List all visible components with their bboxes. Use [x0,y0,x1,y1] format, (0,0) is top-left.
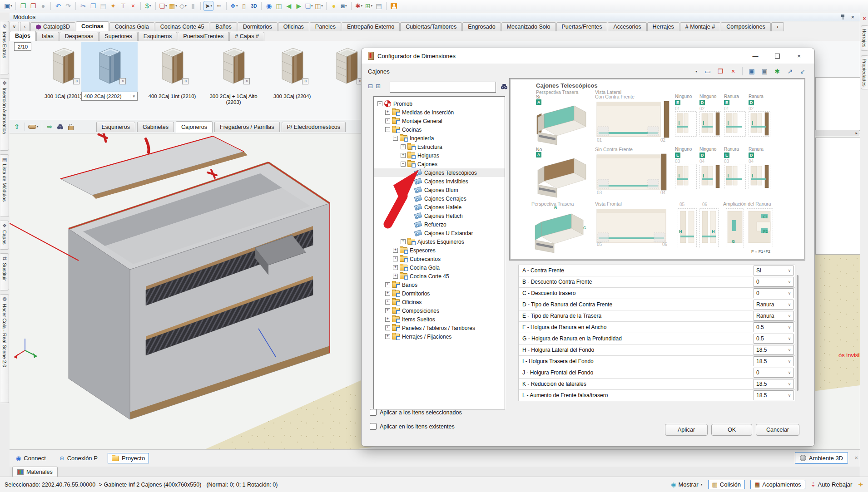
tree-item-16[interactable]: +Ajustes Esquineros [374,237,505,246]
tree-item-22[interactable]: +Dormitorios [374,289,505,298]
tree-item-4[interactable]: −Ingeniería [374,134,505,143]
tree-item-2[interactable]: +Montaje General [374,117,505,125]
tab-catalog-14[interactable]: Herrajes [647,22,680,31]
tree-expander[interactable]: − [385,127,390,132]
tab-insert-4[interactable]: P/ Electrodomésticos [282,122,346,132]
search-icon[interactable] [501,84,508,90]
tree-expander[interactable]: + [393,274,398,279]
rename-config-icon[interactable]: ▭ [702,66,713,76]
tab-category-6[interactable]: # Cajas # [229,32,264,41]
panel-plan-icon[interactable]: ⊞▾ [364,1,373,10]
export-config-up-icon[interactable]: ↗ [784,66,795,76]
variants-badge[interactable]: » [243,78,250,84]
panel-layout-icon[interactable]: ❏▾ [159,1,168,10]
tree-item-7[interactable]: −Cajones [374,160,505,168]
module-variant-dropdown[interactable]: 400 2Caj (2202)▾ [81,92,138,101]
visibility-icon[interactable]: ◉ [264,1,273,10]
colisión-control[interactable]: ▥Colisión [708,480,745,489]
paste-icon[interactable]: ▤ [99,1,108,10]
tree-item-10[interactable]: Cajones Blum [374,186,505,194]
tab-category-3[interactable]: Superiores [99,32,137,41]
tab-category-5[interactable]: Puertas/Frentes [178,32,229,41]
sidebar-item-4[interactable]: ⇄Sustituir [0,253,9,290]
tab-category-1[interactable]: Islas [36,32,59,41]
aplicar-button[interactable]: Aplicar [665,424,708,436]
cut-icon[interactable]: ✂ [79,1,88,10]
tree-item-24[interactable]: +Composiciones [374,306,505,315]
lock-icon[interactable] [66,122,75,131]
cancelar-button[interactable]: Cancelar [756,424,799,436]
export-sphere-icon[interactable]: ● [39,1,48,10]
tab-catalog-5[interactable]: Dormitorios [238,22,278,31]
import-module-icon[interactable]: ❐ [19,1,28,10]
module-thumbnail-3[interactable]: »300 2Caj + 1Caj Alto (2203) [204,42,263,105]
validate-config-icon[interactable]: ✱ [772,66,783,76]
property-value-dropdown[interactable]: Ranura∨ [754,311,794,321]
collapse-tree-icon[interactable]: ⊟ [368,83,373,89]
tree-expander[interactable]: + [393,256,398,261]
view-3d-icon[interactable]: 3D [249,1,258,10]
close-icon[interactable]: × [851,14,854,20]
undo-icon[interactable]: ↶ [54,1,63,10]
sidebar-item-1[interactable]: ✻Inserción Automática [0,78,9,151]
variants-badge[interactable]: » [73,78,79,84]
tree-item-3[interactable]: −Cocinas [374,125,505,134]
property-value-dropdown[interactable]: 18.5∨ [754,345,794,355]
tab-catalog-13[interactable]: Accesorios [608,22,646,31]
property-value-dropdown[interactable]: 0.5∨ [754,334,794,344]
save-icon[interactable]: ▣▾ [4,1,13,10]
doc-tab-2[interactable]: Proyecto [108,453,149,463]
chevron-down-icon[interactable]: ▾ [693,69,699,74]
dialog-titlebar[interactable]: Configurador de Dimensiones — × [362,48,814,64]
scroll-down-button[interactable]: ∨ [10,22,19,31]
tree-item-12[interactable]: Cajones Hafele [374,203,505,212]
export-module-icon[interactable]: ❐ [29,1,38,10]
tree-expander[interactable]: + [393,265,398,270]
close-icon[interactable]: × [860,15,868,22]
tree-expander[interactable]: + [385,325,390,330]
tab-catalog-4[interactable]: Baños [210,22,237,31]
right-sidebar-tab-0[interactable]: Herrajes [861,25,868,51]
tree-expander[interactable]: + [385,300,390,305]
column-tool-icon[interactable]: ▮ [188,1,198,10]
sidebar-item-3[interactable]: ❖Capas [0,221,9,250]
close-button[interactable]: × [790,50,808,62]
tab-insert-3[interactable]: Fregaderos / Parrillas [214,122,280,132]
tab-catalog-11[interactable]: Mecanizado Solo [501,22,556,31]
module-thumbnail-4[interactable]: »300 3Caj (2204) [265,42,319,99]
tab-catalog-0[interactable]: Catalog3D [30,22,75,31]
nav-forward-icon[interactable]: ▶ [294,1,303,10]
property-value-dropdown[interactable]: 0∨ [754,277,794,287]
pricing-icon[interactable]: $▾ [144,1,153,10]
property-value-dropdown[interactable]: Si∨ [754,266,794,276]
solid-view-icon[interactable]: ◫ [274,1,283,10]
module-thumbnail-1[interactable]: »400 2Caj (2202)▾ [81,42,138,87]
tab-catalog-9[interactable]: Cubiertas/Tambores [400,22,462,31]
delete-icon[interactable]: × [129,1,138,10]
ambiente-3d-button[interactable]: Ambiente 3D [795,452,848,464]
tree-item-27[interactable]: +Herrajes / Fijaciones [374,332,505,341]
tree-item-13[interactable]: Cajones Hettich [374,212,505,220]
property-value-dropdown[interactable]: 0.5∨ [754,322,794,332]
tree-item-14[interactable]: Refuerzo [374,220,505,229]
tab-insert-2[interactable]: Cajoneros [176,121,213,133]
tree-item-19[interactable]: +Cocina Gola [374,263,505,272]
tree-expander[interactable]: − [401,162,406,167]
pin-icon[interactable] [841,14,845,20]
tree-item-25[interactable]: +Items Sueltos [374,315,505,324]
tree-item-17[interactable]: +Espesores [374,246,505,255]
door-dimension-icon[interactable]: ▯ [239,1,248,10]
tab-catalog-15[interactable]: # Montaje # [680,22,720,31]
paint-tool-icon[interactable]: ✦ [109,1,118,10]
close-icon[interactable]: × [854,454,858,461]
copy-icon[interactable]: ❐ [89,1,98,10]
variants-badge[interactable]: » [119,78,126,84]
tree-expander[interactable]: + [385,291,390,296]
apply-existing-checkbox[interactable]: Aplicar en los itens existentes [370,423,455,430]
save-config-icon[interactable]: ▣ [746,66,757,76]
tree-item-21[interactable]: +Baños [374,280,505,289]
search-modules-icon[interactable] [56,122,65,131]
tree-expander[interactable]: + [385,334,390,339]
redo-icon[interactable]: ↷ [64,1,73,10]
maximize-button[interactable] [768,50,786,62]
